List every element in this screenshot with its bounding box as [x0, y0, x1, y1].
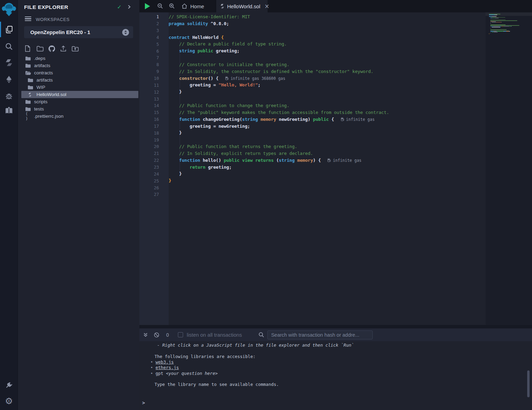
upload-file-button[interactable]: [60, 45, 69, 52]
terminal-panel: 0 listen on all transactions interface -…: [139, 325, 532, 410]
code-text: function changeGreeting(string memory ne…: [169, 116, 334, 123]
upload-folder-icon: [72, 45, 79, 52]
line-number: 23: [139, 165, 169, 170]
tab-home[interactable]: Home: [178, 0, 208, 12]
code-line-4[interactable]: 4contract HelloWorld {: [139, 34, 485, 41]
tree-item-artifacts[interactable]: artifacts: [21, 76, 138, 84]
line-number: 22: [139, 158, 169, 163]
solidity-compiler-icon: [4, 58, 13, 67]
workspace-select[interactable]: OpenZeppelin ERC20 - 1: [24, 26, 133, 38]
minimap[interactable]: [489, 14, 522, 36]
line-number: 15: [139, 110, 169, 115]
run-script-play-button[interactable]: [145, 3, 150, 9]
line-number: 11: [139, 83, 169, 88]
code-line-15[interactable]: 15 // The "public" keyword makes the fun…: [139, 109, 485, 116]
file-explorer-icon: [4, 25, 13, 34]
remix-logo[interactable]: [0, 2, 18, 17]
listen-transactions-label: listen on all transactions: [187, 332, 242, 338]
tree-item-label: scripts: [34, 99, 47, 104]
terminal-collapse-button[interactable]: [143, 333, 148, 337]
tree-item--prettierrc-json[interactable]: ( ).prettierrc.json: [21, 113, 138, 120]
code-line-8[interactable]: 8 // Constructor to initialize the greet…: [139, 61, 485, 68]
panel-expand-chevron-icon[interactable]: [127, 4, 131, 9]
tree-item-wip[interactable]: WIP: [21, 84, 138, 91]
tree-item-label: .deps: [34, 56, 45, 61]
code-text: }: [169, 129, 182, 136]
sidebar-item-search[interactable]: [0, 42, 18, 51]
code-line-2[interactable]: 2pragma solidity ^0.8.0;: [139, 20, 485, 27]
code-line-1[interactable]: 1// SPDX-License-Identifier: MIT: [139, 13, 485, 20]
file-explorer-panel: FILE EXPLORER ✓ WORKSPACES OpenZeppelin …: [18, 0, 139, 410]
sidebar-item-learneth[interactable]: [0, 106, 18, 115]
zoom-out-icon: [157, 3, 163, 9]
code-line-21[interactable]: 21 // In Solidity, explicit return types…: [139, 150, 485, 157]
tree-item--deps[interactable]: .deps: [21, 55, 138, 62]
code-line-7[interactable]: 7: [139, 54, 485, 61]
editor-tabbar: Home HelloWorld.sol ×: [139, 0, 532, 12]
clone-github-button[interactable]: [48, 45, 57, 52]
code-line-11[interactable]: 11 greeting = "Hello, World!";: [139, 82, 485, 88]
tree-item-helloworld-sol[interactable]: HelloWorld.sol: [21, 91, 138, 98]
code-line-6[interactable]: 6 string public greeting;: [139, 48, 485, 54]
workspace-menu-icon[interactable]: [25, 17, 31, 21]
tree-item-scripts[interactable]: scripts: [21, 98, 138, 105]
code-line-14[interactable]: 14 // Public function to change the gree…: [139, 102, 485, 109]
terminal-output[interactable]: interface - Right click on a JavaScript …: [139, 337, 532, 410]
sidebar-item-plugin-manager[interactable]: [0, 381, 18, 390]
new-file-button[interactable]: [25, 45, 34, 52]
solidity-file-icon: [220, 3, 225, 9]
code-line-25[interactable]: 25}: [139, 177, 485, 184]
terminal-search-input[interactable]: [267, 330, 373, 339]
code-line-9[interactable]: 9 // In Solidity, the constructor is def…: [139, 68, 485, 75]
close-tab-icon[interactable]: ×: [264, 3, 269, 9]
sidebar-item-debugger[interactable]: [0, 92, 18, 101]
listen-transactions-checkbox[interactable]: [178, 332, 183, 337]
terminal-search-icon: [258, 332, 264, 338]
terminal-resize-handle[interactable]: [139, 325, 532, 328]
new-folder-button[interactable]: [36, 45, 45, 52]
file-explorer-toolbar: [25, 45, 81, 52]
clear-console-button[interactable]: [154, 332, 159, 338]
editor-zoom-in-button[interactable]: [169, 3, 175, 9]
workspace-sort-icon: [122, 29, 129, 36]
editor-zoom-out-button[interactable]: [157, 3, 163, 9]
code-editor[interactable]: 1// SPDX-License-Identifier: MIT2pragma …: [139, 12, 532, 325]
code-line-12[interactable]: 12 }: [139, 88, 485, 95]
tab-helloworld-sol[interactable]: HelloWorld.sol ×: [216, 0, 268, 12]
terminal-link[interactable]: ethers.js: [156, 365, 179, 370]
line-number: 2: [139, 21, 169, 26]
code-line-22[interactable]: 22 function hello() public view returns …: [139, 157, 485, 164]
sidebar-item-deploy-and-run[interactable]: [0, 75, 18, 84]
sidebar-item-solidity-compiler[interactable]: [0, 58, 18, 67]
tree-item-artifacts[interactable]: artifacts: [21, 62, 138, 69]
line-number: 13: [139, 96, 169, 102]
code-line-19[interactable]: 19: [139, 136, 485, 143]
code-line-3[interactable]: 3: [139, 27, 485, 34]
sidebar-item-settings[interactable]: ⚙: [0, 397, 18, 406]
code-line-20[interactable]: 20 // Public function that returns the g…: [139, 143, 485, 150]
code-text: contract HelloWorld {: [169, 34, 224, 41]
code-line-17[interactable]: 17 greeting = newGreeting;: [139, 123, 485, 130]
terminal-link[interactable]: web3.js: [156, 359, 174, 365]
code-text: // Constructor to initialize the greetin…: [169, 61, 289, 68]
code-line-10[interactable]: 10 constructor() {infinite gas 368600 ga…: [139, 75, 485, 82]
code-line-16[interactable]: 16 function changeGreeting(string memory…: [139, 116, 485, 123]
code-line-27[interactable]: 27: [139, 191, 485, 198]
code-line-24[interactable]: 24 }: [139, 170, 485, 177]
line-number: 12: [139, 90, 169, 95]
code-line-5[interactable]: 5 // Declare a public field of type stri…: [139, 41, 485, 48]
code-line-18[interactable]: 18 }: [139, 129, 485, 136]
terminal-line: - Right click on a JavaScript file in th…: [139, 343, 532, 348]
code-line-13[interactable]: 13: [139, 95, 485, 102]
tree-item-contracts[interactable]: contracts: [21, 69, 138, 76]
terminal-prompt[interactable]: >: [142, 400, 145, 406]
terminal-scrollbar-thumb[interactable]: [527, 370, 530, 397]
code-text: // Declare a public field of type string…: [169, 41, 287, 48]
sidebar-item-file-explorer[interactable]: [0, 25, 18, 34]
code-line-26[interactable]: 26: [139, 184, 485, 191]
code-text: return greeting;: [169, 164, 232, 171]
tree-item-tests[interactable]: tests: [21, 105, 138, 113]
ban-icon: [154, 332, 159, 338]
code-line-23[interactable]: 23 return greeting;: [139, 164, 485, 171]
upload-folder-button[interactable]: [72, 45, 81, 52]
